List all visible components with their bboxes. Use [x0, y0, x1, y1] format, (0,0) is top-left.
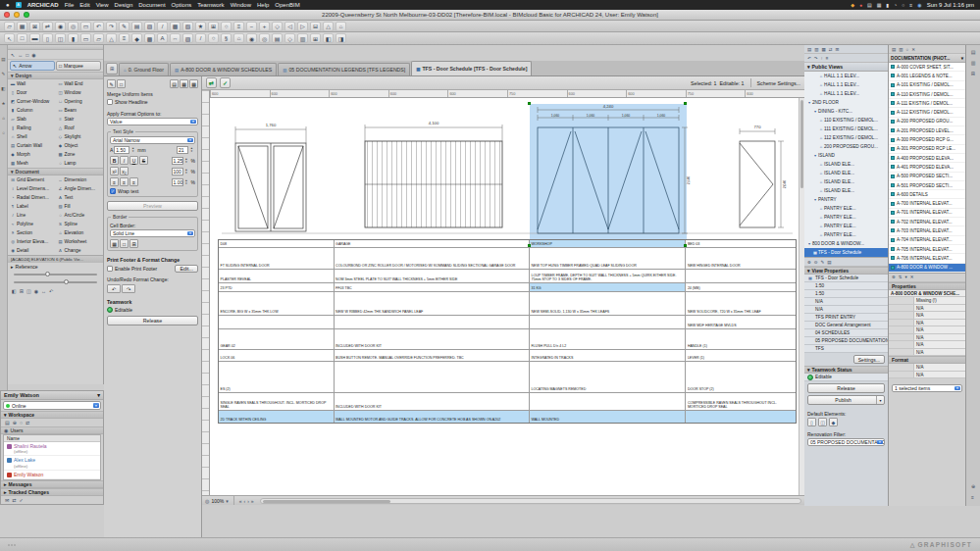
tool-door[interactable]: ▯Door — [8, 88, 56, 97]
tool-dimension[interactable]: ↔Dimension — [56, 175, 104, 184]
tool-stair[interactable]: ≡Stair — [56, 115, 104, 124]
cell-border-select[interactable]: Solid Line▾ — [110, 229, 195, 237]
next-view-icon[interactable]: ▷ — [297, 22, 308, 31]
tool-radial-dimension[interactable]: ◔Radial Dimen... — [8, 193, 56, 202]
redo-format-button[interactable]: ↷ — [122, 284, 135, 293]
marquee-tool-button[interactable]: □Marquee — [56, 61, 101, 71]
tree-item[interactable]: ▾800 DOOR & WINDOW... — [804, 239, 888, 248]
layout-item[interactable]: A-703 INTERNAL ELEVAT... — [889, 226, 965, 235]
table-style-icon[interactable]: ▩ — [189, 79, 198, 88]
table-cell[interactable]: 23 PTD — [219, 283, 335, 291]
add-user-icon[interactable]: ⊕ — [13, 420, 17, 426]
tool-morph[interactable]: ◆Morph — [8, 150, 56, 159]
table-cell[interactable]: 31 KG — [530, 283, 686, 291]
layout-item[interactable]: A-401 PROPOSED ELEVA... — [889, 163, 965, 172]
teamwork-header[interactable]: Emily Watson▾ — [1, 391, 103, 400]
edit-footer-button[interactable]: Edit... — [175, 265, 198, 273]
view-property-row[interactable]: ▦TFS - Door Schedule — [804, 275, 888, 282]
table-cell[interactable] — [530, 393, 686, 410]
view-property-row[interactable]: 1:50 — [804, 282, 888, 290]
layout-item[interactable]: A-301 PROPOSED RCP LE... — [889, 145, 965, 154]
table-cell[interactable]: NEW SEMI-SOLID, 1,130 W x 35mm THK LEAFS — [530, 292, 686, 315]
layout-item[interactable]: A-600 DETAILS — [889, 190, 965, 199]
eraser-icon[interactable]: □ — [117, 79, 126, 88]
cell-style-icon[interactable]: ▦ — [180, 79, 188, 88]
table-cell[interactable]: LOCK 06 — [219, 350, 335, 361]
tree-item[interactable]: ⌂112 EXISTING / DEMOL... — [804, 133, 888, 142]
default-door-icon[interactable]: ▯ — [807, 418, 816, 426]
property-row[interactable]: N/A — [889, 312, 965, 320]
tool-roof[interactable]: △Roof — [56, 124, 104, 132]
table-cell[interactable]: NEW TOP HUNG TIMBER FRAMED QUAD LEAF SLI… — [530, 248, 686, 269]
layout-item[interactable]: A-201 PROPOSED LEVEL... — [889, 126, 965, 135]
slab-tool-icon[interactable]: ▱ — [93, 33, 104, 43]
table-cell[interactable]: NOM 3mm STEEL PLATE TO SUIT WALL THICKNE… — [335, 270, 530, 282]
property-row[interactable]: N/A — [889, 372, 965, 379]
italic-button[interactable]: I — [120, 156, 129, 165]
release-all-icon[interactable]: ◎ — [68, 22, 78, 31]
story-settings-icon[interactable]: ≡ — [233, 22, 244, 31]
align-left-button[interactable]: ≡ — [110, 177, 119, 186]
publish-options-icon[interactable]: ▾ — [876, 396, 884, 404]
pen-sets-icon[interactable]: ▨ — [144, 22, 155, 31]
layout-item[interactable]: A-500 PROPOSED SECTI... — [889, 173, 965, 181]
eye-icon[interactable]: ◉ — [34, 288, 38, 294]
tab-overview-button[interactable]: ⊞ — [106, 63, 118, 75]
messages-section[interactable]: ▸Messages — [1, 480, 103, 488]
property-row[interactable]: N/A — [889, 305, 965, 313]
view-property-row[interactable]: N/A — [804, 306, 888, 314]
bold-button[interactable]: B — [110, 156, 119, 165]
pop-up-navigator-icon[interactable]: ⊞ — [971, 71, 976, 76]
zoom-out-icon[interactable]: − — [246, 22, 257, 31]
design-group-header[interactable]: ▾Design — [8, 72, 103, 79]
filter-icon[interactable]: ▾ — [905, 275, 907, 279]
next-page-icon[interactable]: › — [247, 498, 249, 504]
tree-item[interactable]: ▾2ND FLOOR — [804, 98, 888, 107]
renovation-filter-select[interactable]: 05 PROPOSED DOCUMENTATION▾ — [807, 438, 885, 446]
menu-item[interactable]: Design — [115, 2, 133, 8]
table-cell[interactable] — [335, 316, 530, 328]
underline-button[interactable]: U — [129, 156, 138, 165]
view-map-icon[interactable]: ▥ — [814, 47, 818, 52]
font-size-stepper[interactable]: ▲▼ — [131, 147, 136, 153]
table-cell[interactable]: D08 — [219, 240, 335, 247]
record-status-icon[interactable]: ● — [859, 2, 862, 8]
tree-item[interactable]: ⌂ISLAND ELE... — [804, 160, 888, 169]
organizer-toggle-icon[interactable]: ▤ — [971, 49, 976, 55]
find-select-icon[interactable]: ○ — [221, 22, 232, 31]
edit-item-icon[interactable]: ✎ — [821, 260, 825, 265]
select-mode-icon[interactable]: □ — [26, 52, 28, 58]
release-view-button[interactable]: Release — [807, 383, 885, 393]
help-icon[interactable]: ○ — [2, 130, 5, 135]
table-cell[interactable]: INCLUDED WITH DOOR KIT — [335, 393, 530, 410]
char-spacing-stepper[interactable]: ▲▼ — [185, 179, 190, 185]
view-settings-icon[interactable]: ▤ — [827, 260, 831, 265]
object-tool-icon[interactable]: ◆ — [131, 33, 142, 43]
tool-corner-window[interactable]: ◩Corner-Window — [8, 97, 56, 106]
keyboard-icon[interactable]: ▦ — [877, 2, 882, 8]
previous-view-icon[interactable]: ◁ — [284, 22, 295, 31]
tree-item[interactable]: ⌂PANTRY ELE... — [804, 222, 888, 230]
zoom-in-icon[interactable]: + — [259, 22, 270, 31]
refresh-icon[interactable]: ⇄ — [12, 497, 16, 503]
release-button[interactable]: Release — [107, 316, 198, 326]
tree-item[interactable]: ⌂PANTRY ELE... — [804, 204, 888, 213]
tree-item[interactable]: ▾PANTRY — [804, 195, 888, 204]
table-cell[interactable] — [686, 270, 796, 282]
tool-arc-circle[interactable]: ○Arc/Circle — [56, 211, 104, 220]
tool-angle-dimension[interactable]: ∠Angle Dimen... — [56, 184, 104, 193]
view-property-row[interactable]: 04 SCHEDULES — [804, 329, 888, 337]
navigator-toggle-icon[interactable]: ▥ — [971, 60, 976, 66]
selection-handle[interactable] — [684, 244, 687, 247]
char-spacing-field[interactable]: 1.00 — [172, 178, 183, 186]
Shalini Rautela[interactable]: Shalini Rautela(offline) — [4, 442, 100, 456]
grid-snap-icon[interactable]: ⊟ — [310, 22, 321, 31]
selection-handle[interactable] — [528, 244, 531, 247]
close-properties-icon[interactable]: ✕ — [910, 275, 914, 279]
zoom-window-button[interactable] — [24, 12, 29, 18]
table-cell[interactable]: GARAGE — [335, 240, 530, 247]
view-properties-header[interactable]: ▾View Properties — [804, 267, 888, 275]
splitter-icon[interactable]: ◫ — [26, 288, 31, 294]
layout-item[interactable]: A-704 INTERNAL ELEVAT... — [889, 236, 965, 245]
align-center-button[interactable]: ≡ — [120, 177, 129, 186]
